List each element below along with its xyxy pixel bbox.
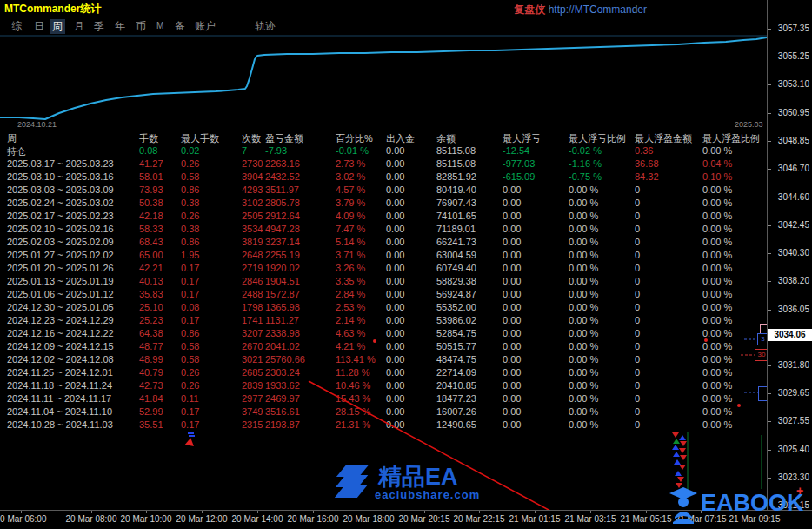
table-cell: 余额: [436, 132, 499, 145]
table-cell: 28.15 %: [336, 406, 384, 417]
price-tick-label: 3046.70: [778, 164, 809, 173]
table-cell: 48.99: [139, 354, 179, 365]
table-cell: 0: [635, 393, 701, 404]
table-row: 2024.11.11 ~ 2024.11.1741.840.1129772469…: [0, 393, 768, 406]
table-cell: 0.00: [503, 380, 567, 391]
menu-item-季[interactable]: 季: [94, 19, 104, 34]
table-cell: 0.00 %: [702, 432, 767, 433]
time-tick-label: 20 Mar 06:00: [0, 514, 46, 524]
table-cell: 3.71 %: [336, 250, 384, 260]
sell-arrow-icon: [680, 455, 687, 460]
table-row: 2025.02.17 ~ 2025.02.2342.180.2625052912…: [0, 211, 768, 224]
table-cell: 0.00 %: [569, 263, 633, 273]
table-cell: 2025.01.06 ~ 2025.01.12: [7, 289, 137, 299]
table-cell: 2024.11.11 ~ 2024.11.17: [7, 393, 137, 404]
menu-item-年[interactable]: 年: [115, 19, 125, 34]
menu-item-日[interactable]: 日: [34, 19, 44, 34]
table-row: 2025.03.03 ~ 2025.03.0973.930.8642933511…: [0, 184, 768, 198]
price-tick-label: 3053.10: [778, 79, 809, 89]
table-cell: 58829.38: [436, 276, 499, 286]
balance-curve-line: [0, 37, 767, 119]
price-tick-label: 3057.35: [778, 23, 809, 33]
table-row: 2025.03.10 ~ 2025.03.1658.010.5839042432…: [0, 171, 768, 184]
table-cell: 2024.11.18 ~ 2024.11.24: [7, 380, 137, 391]
menu-item-周[interactable]: 周: [50, 19, 65, 34]
table-cell: 0.00 %: [569, 328, 633, 338]
table-cell: 0.86: [181, 328, 235, 338]
price-axis[interactable]: 3057.353055.253053.103050.953048.853046.…: [767, 0, 812, 510]
watermark-logo-icon: [335, 459, 375, 501]
table-cell: 4.21 %: [336, 341, 384, 352]
table-cell: 1933.62: [265, 380, 333, 391]
table-cell: 0.00: [503, 315, 567, 325]
menu-item-账户[interactable]: 账户: [195, 19, 216, 34]
table-cell: 2303.24: [265, 367, 333, 378]
table-row: 2025.01.06 ~ 2025.01.1235.830.1724881572…: [0, 289, 768, 302]
menu-item-轨迹[interactable]: 轨迹: [255, 19, 276, 34]
table-cell: 1365.98: [265, 302, 333, 312]
price-tick-mark: [768, 393, 771, 394]
time-tick-mark: [21, 511, 22, 513]
buy-arrow-icon: [673, 452, 680, 457]
table-cell: 12490.65: [436, 419, 499, 430]
table-cell: 4947.28: [265, 224, 333, 234]
sell-arrow-icon: [677, 477, 684, 482]
table-cell: 0: [635, 432, 701, 433]
table-cell: 0.26: [181, 158, 235, 169]
table-cell: 2255.19: [265, 250, 333, 260]
table-cell: 0.00: [386, 315, 435, 325]
table-cell: 58.01: [139, 171, 179, 182]
sell-arrow-icon: [679, 448, 686, 453]
price-tick-label: 3040.30: [778, 248, 809, 258]
table-cell: 0.00 %: [569, 432, 633, 433]
time-tick-mark: [146, 511, 147, 513]
table-cell: 0: [635, 328, 701, 338]
table-cell: 0.11: [181, 393, 235, 404]
table-cell: 22714.09: [436, 367, 499, 378]
table-cell: 最大手数: [181, 132, 235, 145]
watermark-subtitle: eaclubshare.com: [375, 488, 480, 501]
plus-icon: +: [796, 484, 803, 498]
table-cell: 2024.11.25 ~ 2024.12.01: [7, 367, 137, 378]
sell-arrow-icon: [680, 441, 687, 446]
menu-item-月[interactable]: 月: [74, 19, 84, 34]
table-row: 2024.12.02 ~ 2024.12.0848.990.5830212576…: [0, 354, 768, 367]
trade-modify-icon: [188, 432, 194, 434]
table-cell: 0.00: [503, 328, 567, 338]
table-cell: 76907.43: [436, 198, 499, 208]
table-row: 2025.02.03 ~ 2025.02.0968.430.8638193237…: [0, 237, 768, 250]
table-cell: 0: [635, 250, 701, 260]
table-cell: 74101.65: [436, 211, 499, 221]
table-cell: 3511.97: [265, 184, 333, 195]
buy-arrow-icon: [675, 471, 682, 476]
table-cell: 2025.02.03 ~ 2025.02.09: [7, 237, 137, 247]
brand-link[interactable]: 复盘侠 http://MTCommander: [514, 3, 647, 17]
table-cell: 0.00 %: [569, 250, 633, 260]
time-tick-label: 21 Mar 03:15: [565, 514, 616, 524]
menu-item-综[interactable]: 综: [11, 19, 22, 34]
table-cell: 0.08: [181, 302, 235, 312]
menu-item-M[interactable]: M: [156, 21, 163, 30]
price-tick-mark: [768, 365, 771, 366]
table-cell: 百分比%: [336, 132, 384, 145]
table-cell: 2025.01.27 ~ 2025.02.02: [7, 250, 137, 260]
time-tick-mark: [313, 511, 314, 513]
table-cell: 2.84 %: [336, 289, 384, 299]
menu-item-备[interactable]: 备: [175, 19, 185, 34]
table-cell: 58.33: [139, 224, 179, 234]
table-cell: 0: [635, 289, 701, 299]
table-cell: 10000.00: [386, 432, 435, 433]
price-tick-label: 3050.95: [778, 108, 809, 117]
time-tick-label: 20 Mar 08:00: [66, 514, 117, 524]
table-cell: 2025.01.13 ~ 2025.01.19: [7, 276, 137, 286]
menu-item-币[interactable]: 币: [136, 19, 146, 34]
table-cell: 3.35 %: [336, 276, 384, 286]
table-cell: 0.17: [181, 419, 235, 430]
table-cell: 2.14 %: [336, 315, 384, 325]
table-cell: 10.46 %: [336, 380, 384, 391]
table-cell: 3.26 %: [336, 263, 384, 273]
table-cell: 0.00: [386, 354, 435, 365]
table-cell: 周: [7, 132, 137, 145]
table-cell: 0.00: [386, 250, 435, 260]
table-cell: 2024.10.28 ~ 2024.11.03: [7, 419, 137, 430]
